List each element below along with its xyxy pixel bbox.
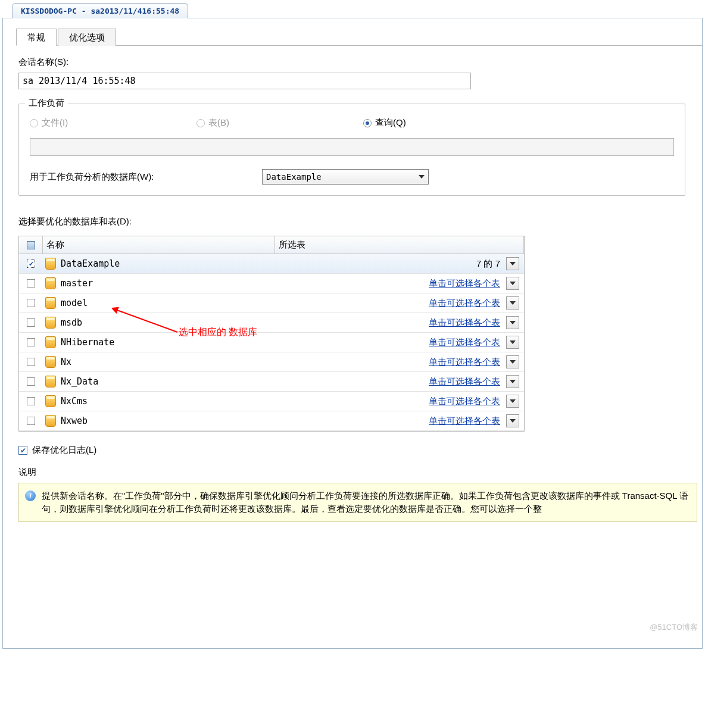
radio-file-label: 文件(I)	[42, 117, 68, 129]
database-icon	[45, 336, 56, 348]
table-dropdown-button[interactable]	[506, 257, 519, 270]
select-tables-link[interactable]: 单击可选择各个表	[429, 278, 500, 289]
database-icon	[45, 277, 56, 289]
select-tables-link[interactable]: 单击可选择各个表	[429, 298, 500, 309]
workload-path-input[interactable]	[30, 138, 674, 156]
db-name: Nx_Data	[61, 376, 98, 387]
row-checkbox[interactable]	[27, 377, 35, 386]
watermark: @51CTO博客	[650, 622, 698, 633]
table-row[interactable]: Nx单击可选择各个表	[19, 352, 524, 372]
session-name-label: 会话名称(S):	[18, 57, 700, 68]
radio-file: 文件(I)	[30, 117, 196, 129]
db-name: Nx	[61, 357, 71, 367]
select-tables-link[interactable]: 单击可选择各个表	[429, 396, 500, 407]
database-icon	[45, 415, 56, 427]
row-checkbox[interactable]	[27, 338, 35, 346]
chevron-down-icon	[419, 175, 425, 179]
table-dropdown-button[interactable]	[506, 414, 519, 427]
save-log-checkbox[interactable]: ✔	[18, 446, 27, 455]
col-name[interactable]: 名称	[43, 236, 275, 254]
db-name: master	[61, 278, 93, 289]
chevron-down-icon	[510, 360, 516, 364]
row-checkbox[interactable]	[27, 279, 35, 288]
chevron-down-icon	[510, 262, 516, 265]
table-dropdown-button[interactable]	[506, 395, 519, 408]
database-icon	[45, 258, 56, 270]
header-checkbox-icon[interactable]	[27, 241, 35, 249]
description-text: 提供新会话名称。在"工作负荷"部分中，确保数据库引擎优化顾问分析工作负荷要连接的…	[42, 489, 691, 515]
analysis-db-select[interactable]: DataExample	[262, 169, 429, 185]
chevron-down-icon	[510, 282, 516, 285]
table-dropdown-button[interactable]	[506, 316, 519, 329]
radio-icon	[196, 119, 205, 127]
table-row[interactable]: Nx_Data单击可选择各个表	[19, 372, 524, 392]
select-tables-link[interactable]: 单击可选择各个表	[429, 337, 500, 348]
inner-tabbar: 常规 优化选项	[16, 28, 702, 46]
select-tables-link[interactable]: 单击可选择各个表	[429, 415, 500, 427]
db-name: NHibernate	[61, 337, 114, 348]
db-name: Nxweb	[61, 415, 88, 426]
database-icon	[45, 395, 56, 407]
row-checkbox[interactable]	[27, 397, 35, 405]
table-header: 名称 所选表	[19, 236, 524, 254]
tab-general[interactable]: 常规	[16, 29, 57, 46]
description-label: 说明	[18, 467, 700, 478]
chevron-down-icon	[510, 321, 516, 324]
db-name: NxCms	[61, 396, 88, 407]
select-tables-link[interactable]: 单击可选择各个表	[429, 357, 500, 368]
connection-tab[interactable]: KISSDODOG-PC - sa2013/11/416:55:48	[12, 3, 188, 18]
table-dropdown-button[interactable]	[506, 277, 519, 290]
radio-icon	[30, 119, 38, 127]
table-dropdown-button[interactable]	[506, 375, 519, 388]
chevron-down-icon	[510, 399, 516, 403]
table-row[interactable]: NHibernate单击可选择各个表	[19, 333, 524, 352]
row-checkbox[interactable]	[27, 318, 35, 327]
table-row[interactable]: master单击可选择各个表	[19, 274, 524, 293]
table-row[interactable]: msdb单击可选择各个表	[19, 313, 524, 333]
row-checkbox[interactable]	[27, 417, 35, 425]
selected-count: 7 的 7	[476, 258, 500, 270]
select-tables-link[interactable]: 单击可选择各个表	[429, 317, 500, 329]
tab-tuning-options[interactable]: 优化选项	[58, 29, 116, 46]
workload-legend: 工作负荷	[25, 98, 68, 109]
radio-query[interactable]: 查询(Q)	[363, 117, 406, 129]
radio-table: 表(B)	[196, 117, 363, 129]
chevron-down-icon	[510, 340, 516, 344]
database-icon	[45, 317, 56, 329]
save-log-label: 保存优化日志(L)	[32, 445, 96, 456]
chevron-down-icon	[510, 419, 516, 423]
radio-icon	[363, 119, 372, 127]
table-row[interactable]: ✔DataExample7 的 7	[19, 254, 524, 274]
info-icon: i	[25, 490, 36, 501]
radio-table-label: 表(B)	[208, 117, 229, 129]
row-checkbox[interactable]	[27, 358, 35, 366]
database-icon	[45, 297, 56, 309]
table-dropdown-button[interactable]	[506, 336, 519, 349]
db-name: DataExample	[61, 258, 120, 269]
col-selected-tables[interactable]: 所选表	[275, 236, 524, 254]
select-tables-link[interactable]: 单击可选择各个表	[429, 376, 500, 388]
database-icon	[45, 356, 56, 368]
table-row[interactable]: Nxweb单击可选择各个表	[19, 411, 524, 431]
row-checkbox[interactable]	[27, 299, 35, 307]
table-dropdown-button[interactable]	[506, 355, 519, 368]
description-box: i 提供新会话名称。在"工作负荷"部分中，确保数据库引擎优化顾问分析工作负荷要连…	[18, 483, 697, 522]
row-checkbox[interactable]: ✔	[27, 260, 35, 268]
select-db-label: 选择要优化的数据库和表(D):	[18, 216, 700, 227]
session-name-input[interactable]	[18, 73, 471, 89]
outer-frame: 常规 优化选项 会话名称(S): 工作负荷 文件(I) 表(B)	[2, 18, 703, 649]
table-dropdown-button[interactable]	[506, 296, 519, 310]
workload-group: 工作负荷 文件(I) 表(B) 查询(Q)	[18, 104, 685, 196]
db-name: model	[61, 298, 88, 308]
database-icon	[45, 376, 56, 388]
analysis-db-value: DataExample	[266, 172, 322, 182]
chevron-down-icon	[510, 380, 516, 383]
db-name: msdb	[61, 317, 82, 328]
analysis-db-label: 用于工作负荷分析的数据库(W):	[30, 171, 262, 183]
radio-query-label: 查询(Q)	[375, 117, 406, 129]
table-row[interactable]: NxCms单击可选择各个表	[19, 392, 524, 411]
chevron-down-icon	[510, 301, 516, 305]
table-row[interactable]: model单击可选择各个表	[19, 293, 524, 313]
database-table: 名称 所选表 ✔DataExample7 的 7master单击可选择各个表mo…	[18, 236, 525, 432]
